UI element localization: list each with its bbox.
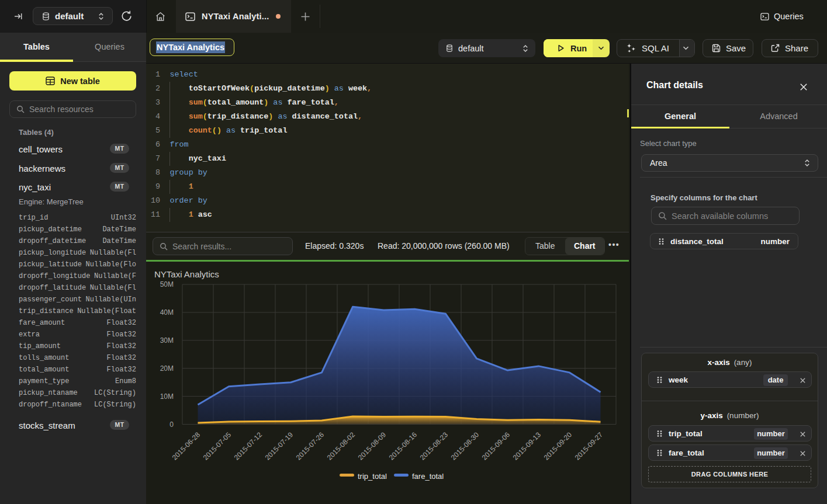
svg-text:0: 0: [169, 420, 174, 429]
svg-text:2015-09-27: 2015-09-27: [573, 430, 605, 462]
svg-text:2015-08-23: 2015-08-23: [418, 430, 450, 462]
svg-text:10M: 10M: [160, 392, 174, 401]
svg-text:20M: 20M: [160, 364, 174, 373]
svg-text:40M: 40M: [160, 308, 174, 317]
svg-text:fare_total: fare_total: [412, 472, 444, 481]
svg-text:2015-09-06: 2015-09-06: [480, 430, 512, 462]
svg-text:50M: 50M: [160, 280, 174, 289]
svg-text:2015-08-09: 2015-08-09: [357, 430, 388, 462]
svg-text:2015-07-12: 2015-07-12: [233, 430, 264, 462]
svg-text:2015-08-02: 2015-08-02: [326, 430, 357, 462]
svg-text:2015-08-30: 2015-08-30: [449, 430, 481, 462]
svg-text:2015-09-13: 2015-09-13: [511, 430, 543, 462]
svg-text:2015-07-19: 2015-07-19: [264, 430, 295, 462]
svg-text:2015-08-16: 2015-08-16: [387, 430, 419, 462]
svg-text:2015-06-28: 2015-06-28: [171, 430, 202, 462]
svg-text:2015-09-20: 2015-09-20: [542, 430, 574, 462]
svg-text:trip_total: trip_total: [358, 472, 387, 481]
svg-text:2015-07-05: 2015-07-05: [202, 430, 233, 462]
svg-text:30M: 30M: [160, 336, 174, 345]
svg-text:2015-07-26: 2015-07-26: [295, 430, 326, 462]
